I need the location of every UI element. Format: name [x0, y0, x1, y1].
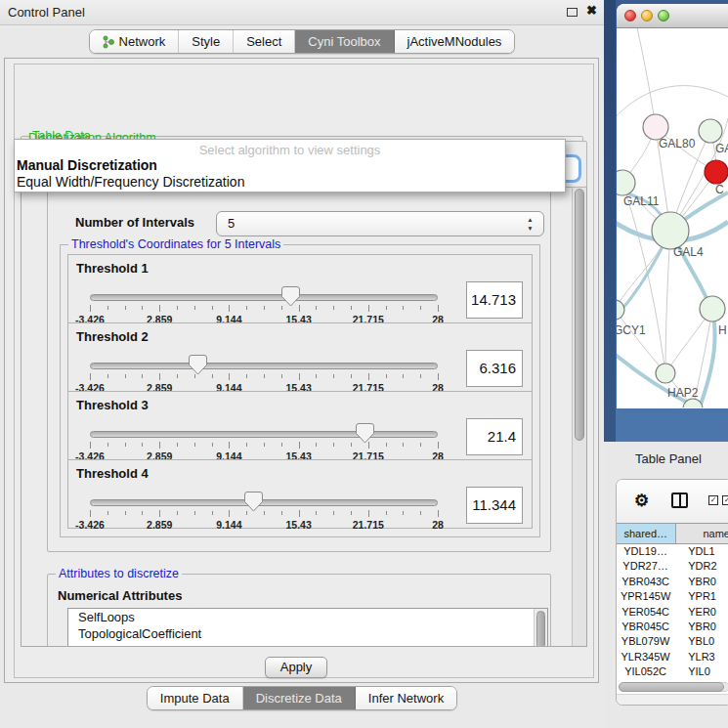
tick-label: 2.859 [147, 519, 172, 531]
tab-cyni-toolbox[interactable]: Cyni Toolbox [295, 30, 394, 53]
algorithm-option-equal-width[interactable]: Equal Width/Frequency Discretization [15, 174, 565, 191]
tick-mark [420, 374, 421, 378]
column-header-name[interactable]: name [676, 524, 728, 543]
tick-mark [264, 306, 265, 310]
tick-mark [351, 374, 352, 378]
tick-mark [368, 305, 369, 312]
tick-mark [368, 510, 369, 517]
screen: Control Panel ✖ Network Style Select Cyn… [0, 0, 728, 728]
threshold-slider[interactable]: -3.4262.8599.14415.4321.71528 [90, 292, 438, 321]
node-label: C [715, 183, 724, 196]
threshold-value-field[interactable]: 11.344 [466, 487, 523, 524]
tick-mark [386, 443, 387, 447]
list-scrollbar[interactable] [534, 609, 547, 647]
right-region: GAL80 GA C GAL11 GAL4 GCY1 H HAP2 Table … [604, 0, 728, 728]
tick-mark [142, 374, 143, 378]
slider-ticks [90, 305, 438, 313]
tab-network[interactable]: Network [90, 30, 180, 53]
close-traffic-light-icon[interactable] [624, 10, 636, 21]
table-row[interactable]: YBR043CYBR0 [617, 575, 728, 589]
tick-mark [351, 306, 352, 310]
node-hap2[interactable] [656, 364, 675, 383]
threshold-value-field[interactable]: 21.4 [466, 418, 523, 455]
slider-ticks [90, 510, 438, 518]
tab-select[interactable]: Select [234, 30, 295, 53]
node-red-selected[interactable] [705, 160, 728, 184]
columns-icon[interactable] [671, 492, 688, 508]
tick-mark [107, 511, 108, 515]
tab-discretize-data[interactable]: Discretize Data [243, 687, 356, 709]
node-top-right[interactable] [699, 119, 722, 143]
slider-handle[interactable] [189, 355, 207, 375]
threshold-label: Threshold 3 [76, 398, 149, 412]
horizontal-scrollbar-thumb[interactable] [619, 682, 724, 692]
column-header-shared[interactable]: shared… [617, 524, 676, 543]
apply-button[interactable]: Apply [265, 657, 327, 678]
tick-mark [351, 443, 352, 447]
node-gal4[interactable] [652, 212, 689, 249]
network-window-titlebar[interactable] [617, 4, 728, 28]
attributes-group: Attributes to discretize Numerical Attri… [47, 574, 551, 647]
table-row[interactable]: YDR27…YDR2 [617, 559, 728, 574]
tick-mark [438, 305, 439, 312]
slider-track[interactable] [90, 499, 438, 506]
table-row[interactable]: YBR045CYBR0 [617, 620, 728, 634]
tick-mark [177, 306, 178, 310]
threshold-value-field[interactable]: 14.713 [466, 281, 523, 319]
number-of-intervals-label: Number of Intervals [75, 215, 194, 230]
minimize-traffic-light-icon[interactable] [641, 10, 653, 21]
tick-mark [299, 305, 300, 312]
number-of-intervals-combo[interactable]: 5 ▲▼ [216, 211, 544, 236]
float-window-icon[interactable] [567, 8, 578, 17]
zoom-traffic-light-icon[interactable] [658, 10, 669, 21]
node-h[interactable] [700, 296, 725, 321]
threshold-slider[interactable]: -3.4262.8599.14415.4321.71528 [90, 497, 438, 527]
tick-mark [246, 374, 247, 378]
node-gcy1[interactable] [617, 300, 624, 320]
tab-style[interactable]: Style [179, 30, 234, 53]
tab-infer-network[interactable]: Infer Network [356, 687, 456, 709]
table-row[interactable]: YDL19…YDL1 [617, 544, 728, 559]
table-row[interactable]: YLR345WYLR3 [617, 650, 728, 664]
tick-mark [90, 510, 91, 517]
gear-icon[interactable]: ⚙ [634, 491, 649, 511]
tick-mark [420, 443, 421, 447]
slider-track[interactable] [90, 294, 438, 301]
slider-track[interactable] [90, 363, 438, 369]
node-gal11[interactable] [617, 170, 635, 195]
vertical-scrollbar-thumb[interactable] [575, 189, 584, 441]
tick-mark [316, 306, 317, 310]
tick-mark [194, 306, 195, 310]
tick-mark [299, 442, 300, 449]
tab-jactivemnodules[interactable]: jActiveMNodules [395, 30, 515, 53]
list-scrollbar-thumb[interactable] [536, 611, 545, 647]
table-row[interactable]: YER054CYER0 [617, 605, 728, 620]
table-row[interactable]: YIL052CYIL0 [617, 664, 728, 679]
tab-impute-data[interactable]: Impute Data [148, 687, 243, 709]
algorithm-option-manual[interactable]: Manual Discretization [15, 157, 565, 174]
list-item[interactable]: BetweennessCentrality [68, 642, 547, 647]
horizontal-scrollbar[interactable] [617, 681, 728, 694]
tick-mark [368, 442, 369, 449]
table-row[interactable]: YPR145WYPR1 [617, 589, 728, 604]
threshold-slider[interactable]: -3.4262.8599.14415.4321.71528 [90, 429, 438, 458]
select-none-checkbox-icon[interactable]: ✓ [722, 495, 728, 505]
tick-mark [281, 306, 282, 310]
tick-mark [246, 511, 247, 515]
network-canvas[interactable]: GAL80 GA C GAL11 GAL4 GCY1 H HAP2 [617, 28, 728, 407]
slider-handle[interactable] [244, 492, 263, 512]
slider-handle[interactable] [356, 423, 374, 444]
threshold-value-field[interactable]: 6.316 [466, 350, 523, 387]
tick-mark [299, 373, 300, 380]
slider-track[interactable] [90, 431, 438, 438]
list-item[interactable]: TopologicalCoefficient [68, 625, 547, 642]
vertical-scrollbar[interactable] [572, 181, 586, 646]
select-all-checkbox-icon[interactable]: ✓ [708, 495, 718, 505]
slider-handle[interactable] [281, 286, 300, 307]
threshold-slider[interactable]: -3.4262.8599.14415.4321.71528 [90, 361, 438, 390]
table-row[interactable]: YBL079WYBL0 [617, 634, 728, 649]
tick-mark [333, 374, 334, 378]
close-icon[interactable]: ✖ [586, 3, 597, 18]
list-item[interactable]: SelfLoops [68, 609, 547, 625]
node-label: GA [715, 142, 728, 155]
